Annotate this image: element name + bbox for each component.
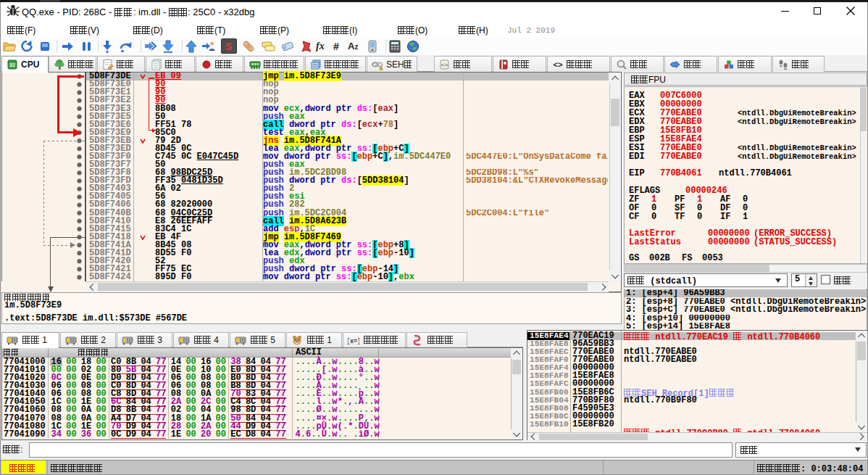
svg-text:<>: <> (553, 61, 563, 70)
svg-text:[x=]: [x=] (348, 338, 359, 345)
svg-text:32: 32 (9, 62, 15, 67)
svg-text:<>: <> (441, 62, 448, 68)
